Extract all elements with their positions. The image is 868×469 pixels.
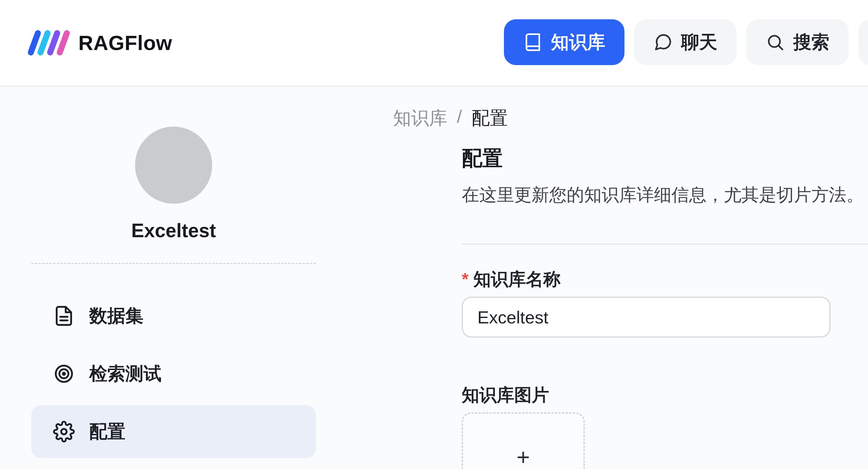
- page-subtitle: 在这里更新您的知识库详细信息，尤其是切片方法。: [462, 183, 864, 207]
- ragflow-logo-icon: [31, 25, 66, 61]
- book-icon: [523, 33, 542, 52]
- plus-icon: +: [517, 446, 530, 469]
- kb-avatar: [135, 127, 212, 204]
- kb-sidebar: Exceltest 数据集 检索测试 配置: [0, 87, 362, 469]
- chat-icon: [653, 33, 673, 52]
- tab-label: 知识库: [551, 30, 605, 55]
- sidebar-menu: 数据集 检索测试 配置: [31, 289, 316, 458]
- brand-name: RAGFlow: [79, 31, 173, 55]
- sidebar-item-label: 数据集: [89, 304, 144, 328]
- sidebar-divider: [31, 263, 316, 264]
- search-icon: [766, 33, 785, 52]
- required-mark: *: [462, 269, 469, 289]
- tab-knowledge-base[interactable]: 知识库: [504, 19, 624, 65]
- page-body: Exceltest 数据集 检索测试 配置 知识库 / 配置 配置 在这里更新您…: [0, 87, 868, 469]
- gear-icon: [53, 421, 75, 442]
- sidebar-item-dataset[interactable]: 数据集: [31, 289, 316, 342]
- section-divider: [462, 244, 868, 245]
- primary-nav: 知识库 聊天 搜索 Agent 文件管理: [504, 19, 868, 65]
- kb-name-label: *知识库名称: [462, 268, 561, 291]
- sidebar-item-label: 检索测试: [89, 362, 161, 386]
- kb-name: Exceltest: [0, 219, 347, 242]
- upload-dropzone[interactable]: + 上传: [462, 412, 585, 469]
- breadcrumb-separator: /: [457, 106, 462, 130]
- top-navbar: RAGFlow 知识库 聊天 搜索 Agent 文件管理 简体中文: [0, 0, 868, 87]
- sidebar-item-label: 配置: [89, 419, 125, 444]
- tab-agent[interactable]: Agent: [858, 19, 868, 65]
- page-title: 配置: [462, 145, 503, 172]
- tab-label: 聊天: [681, 30, 717, 55]
- breadcrumb-root[interactable]: 知识库: [393, 106, 447, 130]
- target-icon: [53, 363, 75, 385]
- tab-label: 搜索: [793, 30, 830, 55]
- tab-chat[interactable]: 聊天: [634, 19, 737, 65]
- tab-search[interactable]: 搜索: [746, 19, 849, 65]
- dataset-icon: [53, 305, 75, 327]
- breadcrumb-current: 配置: [472, 106, 508, 130]
- kb-image-label: 知识库图片: [462, 383, 549, 407]
- sidebar-item-configuration[interactable]: 配置: [31, 405, 316, 458]
- sidebar-item-retrieval-test[interactable]: 检索测试: [31, 347, 316, 400]
- kb-name-input[interactable]: [462, 296, 831, 338]
- breadcrumb: 知识库 / 配置: [393, 106, 508, 130]
- brand: RAGFlow: [31, 25, 173, 61]
